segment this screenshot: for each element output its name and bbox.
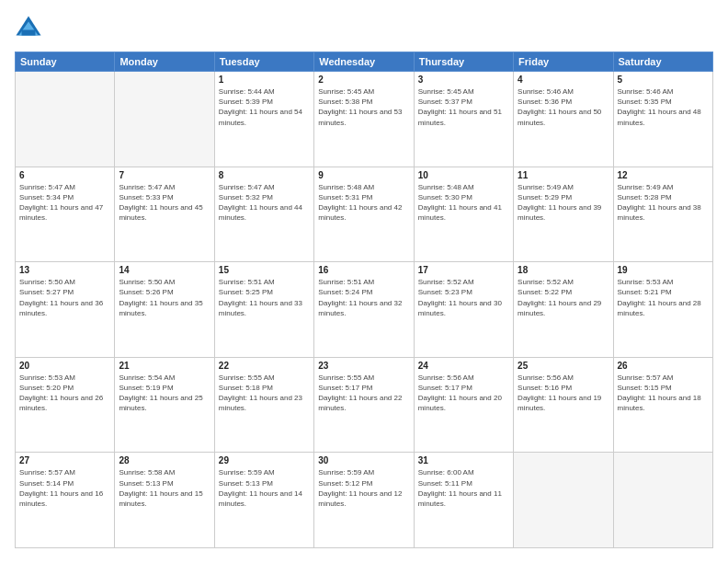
day-number: 15 bbox=[219, 265, 310, 275]
day-detail: Sunrise: 5:47 AMSunset: 5:34 PMDaylight:… bbox=[19, 182, 110, 224]
day-detail: Sunrise: 5:55 AMSunset: 5:17 PMDaylight:… bbox=[318, 373, 409, 414]
day-detail: Sunrise: 5:49 AMSunset: 5:29 PMDaylight:… bbox=[518, 182, 609, 224]
day-number: 13 bbox=[19, 265, 110, 275]
day-detail: Sunrise: 5:51 AMSunset: 5:25 PMDaylight:… bbox=[219, 277, 310, 318]
calendar-cell: 14Sunrise: 5:50 AMSunset: 5:26 PMDayligh… bbox=[115, 262, 214, 358]
day-number: 31 bbox=[418, 455, 509, 465]
day-detail: Sunrise: 5:54 AMSunset: 5:19 PMDaylight:… bbox=[119, 373, 210, 414]
calendar-cell: 13Sunrise: 5:50 AMSunset: 5:27 PMDayligh… bbox=[16, 262, 115, 358]
calendar-cell bbox=[514, 453, 613, 548]
day-detail: Sunrise: 5:49 AMSunset: 5:28 PMDaylight:… bbox=[618, 182, 709, 224]
day-detail: Sunrise: 5:59 AMSunset: 5:13 PMDaylight:… bbox=[219, 467, 310, 509]
day-detail: Sunrise: 5:50 AMSunset: 5:27 PMDaylight:… bbox=[19, 277, 110, 318]
weekday-header: Friday bbox=[514, 52, 613, 72]
day-number: 19 bbox=[618, 265, 709, 275]
weekday-header: Wednesday bbox=[314, 52, 414, 72]
day-number: 20 bbox=[19, 361, 110, 371]
day-detail: Sunrise: 5:44 AMSunset: 5:39 PMDaylight:… bbox=[219, 86, 310, 128]
day-detail: Sunrise: 5:46 AMSunset: 5:36 PMDaylight:… bbox=[518, 86, 609, 128]
day-detail: Sunrise: 5:58 AMSunset: 5:13 PMDaylight:… bbox=[119, 467, 210, 509]
day-number: 2 bbox=[318, 75, 409, 85]
page: SundayMondayTuesdayWednesdayThursdayFrid… bbox=[0, 0, 728, 563]
day-number: 3 bbox=[418, 75, 509, 85]
day-detail: Sunrise: 5:57 AMSunset: 5:14 PMDaylight:… bbox=[19, 467, 110, 509]
day-detail: Sunrise: 5:48 AMSunset: 5:31 PMDaylight:… bbox=[318, 182, 409, 224]
calendar-cell: 17Sunrise: 5:52 AMSunset: 5:23 PMDayligh… bbox=[414, 262, 513, 358]
calendar-cell bbox=[613, 453, 712, 548]
calendar-cell: 15Sunrise: 5:51 AMSunset: 5:25 PMDayligh… bbox=[214, 262, 313, 358]
day-number: 29 bbox=[219, 455, 310, 465]
day-detail: Sunrise: 5:51 AMSunset: 5:24 PMDaylight:… bbox=[318, 277, 409, 318]
calendar-cell: 11Sunrise: 5:49 AMSunset: 5:29 PMDayligh… bbox=[514, 167, 613, 262]
weekday-header: Saturday bbox=[613, 52, 712, 72]
calendar-cell: 1Sunrise: 5:44 AMSunset: 5:39 PMDaylight… bbox=[214, 72, 313, 167]
calendar-cell: 10Sunrise: 5:48 AMSunset: 5:30 PMDayligh… bbox=[414, 167, 513, 262]
calendar-cell: 28Sunrise: 5:58 AMSunset: 5:13 PMDayligh… bbox=[115, 453, 214, 548]
day-number: 4 bbox=[518, 75, 609, 85]
day-detail: Sunrise: 5:50 AMSunset: 5:26 PMDaylight:… bbox=[119, 277, 210, 318]
calendar-cell: 9Sunrise: 5:48 AMSunset: 5:31 PMDaylight… bbox=[314, 167, 414, 262]
logo-icon bbox=[15, 15, 42, 42]
logo bbox=[15, 15, 46, 42]
day-detail: Sunrise: 5:53 AMSunset: 5:21 PMDaylight:… bbox=[618, 277, 709, 318]
calendar-cell: 29Sunrise: 5:59 AMSunset: 5:13 PMDayligh… bbox=[214, 453, 313, 548]
calendar-cell: 31Sunrise: 6:00 AMSunset: 5:11 PMDayligh… bbox=[414, 453, 513, 548]
day-number: 30 bbox=[318, 455, 409, 465]
calendar-cell: 5Sunrise: 5:46 AMSunset: 5:35 PMDaylight… bbox=[613, 72, 712, 167]
day-number: 14 bbox=[119, 265, 210, 275]
day-number: 25 bbox=[518, 361, 609, 371]
calendar-cell: 4Sunrise: 5:46 AMSunset: 5:36 PMDaylight… bbox=[514, 72, 613, 167]
day-detail: Sunrise: 5:56 AMSunset: 5:16 PMDaylight:… bbox=[518, 373, 609, 414]
calendar-cell: 12Sunrise: 5:49 AMSunset: 5:28 PMDayligh… bbox=[613, 167, 712, 262]
day-number: 11 bbox=[518, 170, 609, 180]
calendar-cell: 3Sunrise: 5:45 AMSunset: 5:37 PMDaylight… bbox=[414, 72, 513, 167]
day-number: 21 bbox=[119, 361, 210, 371]
calendar-cell: 23Sunrise: 5:55 AMSunset: 5:17 PMDayligh… bbox=[314, 357, 414, 453]
header bbox=[15, 15, 713, 42]
calendar-cell: 24Sunrise: 5:56 AMSunset: 5:17 PMDayligh… bbox=[414, 357, 513, 453]
day-number: 26 bbox=[618, 361, 709, 371]
day-number: 27 bbox=[19, 455, 110, 465]
weekday-header: Sunday bbox=[16, 52, 115, 72]
day-detail: Sunrise: 6:00 AMSunset: 5:11 PMDaylight:… bbox=[418, 467, 509, 509]
calendar-cell: 6Sunrise: 5:47 AMSunset: 5:34 PMDaylight… bbox=[16, 167, 115, 262]
day-detail: Sunrise: 5:56 AMSunset: 5:17 PMDaylight:… bbox=[418, 373, 509, 414]
calendar-cell: 19Sunrise: 5:53 AMSunset: 5:21 PMDayligh… bbox=[613, 262, 712, 358]
day-number: 8 bbox=[219, 170, 310, 180]
calendar-cell: 22Sunrise: 5:55 AMSunset: 5:18 PMDayligh… bbox=[214, 357, 313, 453]
calendar-cell bbox=[16, 72, 115, 167]
day-number: 1 bbox=[219, 75, 310, 85]
day-detail: Sunrise: 5:53 AMSunset: 5:20 PMDaylight:… bbox=[19, 373, 110, 414]
calendar-cell: 2Sunrise: 5:45 AMSunset: 5:38 PMDaylight… bbox=[314, 72, 414, 167]
day-detail: Sunrise: 5:47 AMSunset: 5:33 PMDaylight:… bbox=[119, 182, 210, 224]
day-number: 22 bbox=[219, 361, 310, 371]
day-detail: Sunrise: 5:55 AMSunset: 5:18 PMDaylight:… bbox=[219, 373, 310, 414]
day-number: 6 bbox=[19, 170, 110, 180]
day-number: 7 bbox=[119, 170, 210, 180]
calendar-cell: 25Sunrise: 5:56 AMSunset: 5:16 PMDayligh… bbox=[514, 357, 613, 453]
calendar-cell: 8Sunrise: 5:47 AMSunset: 5:32 PMDaylight… bbox=[214, 167, 313, 262]
day-number: 5 bbox=[618, 75, 709, 85]
day-detail: Sunrise: 5:45 AMSunset: 5:37 PMDaylight:… bbox=[418, 86, 509, 128]
day-detail: Sunrise: 5:52 AMSunset: 5:22 PMDaylight:… bbox=[518, 277, 609, 318]
calendar-table: SundayMondayTuesdayWednesdayThursdayFrid… bbox=[15, 52, 713, 548]
day-number: 9 bbox=[318, 170, 409, 180]
day-number: 16 bbox=[318, 265, 409, 275]
calendar-cell: 27Sunrise: 5:57 AMSunset: 5:14 PMDayligh… bbox=[16, 453, 115, 548]
day-number: 23 bbox=[318, 361, 409, 371]
day-number: 10 bbox=[418, 170, 509, 180]
day-number: 24 bbox=[418, 361, 509, 371]
calendar-cell: 20Sunrise: 5:53 AMSunset: 5:20 PMDayligh… bbox=[16, 357, 115, 453]
calendar-cell: 30Sunrise: 5:59 AMSunset: 5:12 PMDayligh… bbox=[314, 453, 414, 548]
calendar-cell: 18Sunrise: 5:52 AMSunset: 5:22 PMDayligh… bbox=[514, 262, 613, 358]
day-detail: Sunrise: 5:59 AMSunset: 5:12 PMDaylight:… bbox=[318, 467, 409, 509]
calendar-cell: 26Sunrise: 5:57 AMSunset: 5:15 PMDayligh… bbox=[613, 357, 712, 453]
calendar-cell: 7Sunrise: 5:47 AMSunset: 5:33 PMDaylight… bbox=[115, 167, 214, 262]
day-detail: Sunrise: 5:47 AMSunset: 5:32 PMDaylight:… bbox=[219, 182, 310, 224]
weekday-header: Monday bbox=[115, 52, 214, 72]
svg-rect-2 bbox=[22, 30, 36, 36]
day-number: 18 bbox=[518, 265, 609, 275]
calendar-cell bbox=[115, 72, 214, 167]
day-detail: Sunrise: 5:57 AMSunset: 5:15 PMDaylight:… bbox=[618, 373, 709, 414]
calendar-cell: 21Sunrise: 5:54 AMSunset: 5:19 PMDayligh… bbox=[115, 357, 214, 453]
